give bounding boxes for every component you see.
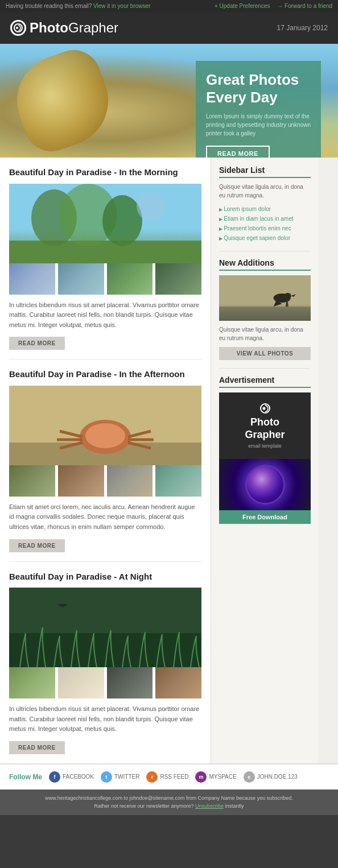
article-2-read-more-button[interactable]: READ MORE — [9, 539, 65, 552]
advertisement-box: Photo Grapher email template Free Downlo… — [219, 392, 311, 524]
unsubscribe-link[interactable]: Unsubscribe — [195, 803, 224, 809]
sidebar-divider-2 — [219, 368, 311, 369]
article-3-thumb-1 — [9, 667, 55, 698]
article-2-thumb-3 — [107, 465, 153, 497]
svg-rect-3 — [9, 241, 201, 263]
logo-icon — [10, 20, 26, 36]
ad-top-section: Photo Grapher email template — [219, 392, 311, 459]
left-column: Beautiful Day in Paradise - In the Morni… — [0, 158, 211, 763]
footer-text2: Rather not receive our newsletter anymor… — [94, 803, 193, 809]
trouble-text: Having trouble reading this email? View … — [6, 3, 150, 9]
hero-banner: Great PhotosEvery Day Lorem Ipsum is sim… — [0, 44, 338, 158]
article-2: Beautiful Day in Paradise - In the After… — [9, 369, 201, 552]
svg-point-7 — [137, 192, 165, 221]
article-3-title: Beautiful Day in Paradise - At Night — [9, 571, 201, 582]
bird-image-svg — [219, 275, 311, 321]
hero-overlay: Great PhotosEvery Day Lorem Ipsum is sim… — [196, 61, 321, 158]
svg-rect-21 — [219, 307, 311, 321]
email-social-item[interactable]: e JOHN.DOE.123 — [244, 771, 298, 783]
logo-text: PhotoGrapher — [30, 20, 118, 36]
article-2-image-svg — [9, 386, 201, 465]
forward-link[interactable]: → Forward to a friend — [277, 3, 332, 9]
top-links: + Update Preferences → Forward to a frie… — [215, 3, 332, 9]
email-icon: e — [244, 771, 255, 783]
sidebar-divider-1 — [219, 251, 311, 251]
bottom-footer: www.heritagechristiancollege.com to john… — [0, 790, 338, 815]
article-3-thumb-4 — [155, 667, 201, 698]
right-sidebar: Sidebar List Quisque vitae ligula arcu, … — [211, 158, 319, 763]
top-bar: Having trouble reading this email? View … — [0, 0, 338, 12]
view-all-photos-button[interactable]: VIEW ALL PHOTOS — [219, 347, 311, 360]
new-additions-image — [219, 275, 311, 321]
hero-title: Great PhotosEvery Day — [206, 71, 311, 106]
article-1-thumbnails — [9, 263, 201, 295]
article-2-text: Etiam sit amet orci lorem, nec iaculis a… — [9, 502, 201, 532]
hero-read-more-button[interactable]: READ MORE — [206, 146, 270, 158]
logo-swirl-icon — [13, 23, 23, 33]
ad-subtitle: email template — [227, 443, 303, 449]
svg-point-1 — [16, 27, 18, 29]
article-1-text: In ultricles bibendum risus sit amet pla… — [9, 300, 201, 330]
new-additions-title: New Additions — [219, 258, 311, 271]
svg-rect-20 — [219, 275, 311, 321]
social-bar: Follow Me f FACEBOOK t TWITTER r RSS FEE… — [0, 763, 338, 790]
svg-point-11 — [85, 423, 125, 448]
sidebar-list-item-3[interactable]: Praesent lobortis enim nec — [219, 224, 311, 233]
sidebar-list: Lorem ipsum dolor Etiam in diam lacus in… — [219, 204, 311, 243]
article-3-thumb-3 — [107, 667, 153, 698]
twitter-icon: t — [101, 771, 112, 783]
twitter-social-item[interactable]: t TWITTER — [101, 771, 139, 783]
sidebar-list-item-1[interactable]: Lorem ipsum dolor — [219, 204, 311, 214]
ad-logo: Photo Grapher — [227, 403, 303, 441]
footer-text: www.heritagechristiancollege.com to john… — [45, 795, 292, 801]
facebook-label: FACEBOOK — [63, 774, 94, 780]
svg-point-6 — [102, 195, 142, 246]
article-1-image-svg — [9, 184, 201, 263]
article-3-read-more-button[interactable]: READ MORE — [9, 741, 65, 754]
ad-swirl-icon — [259, 403, 271, 414]
sidebar-list-item-4[interactable]: Quisque eget sapien dolor — [219, 233, 311, 243]
header: PhotoGrapher 17 January 2012 — [0, 12, 338, 44]
rss-social-item[interactable]: r RSS FEED — [146, 771, 188, 783]
article-2-thumbnails — [9, 465, 201, 497]
article-1-title: Beautiful Day in Paradise - In the Morni… — [9, 167, 201, 178]
article-2-thumb-1 — [9, 465, 55, 497]
divider-1 — [9, 359, 201, 359]
hero-description: Lorem Ipsum is simply dummy text of the … — [206, 112, 311, 138]
article-2-main-image — [9, 386, 201, 465]
article-3: Beautiful Day in Paradise - At Night — [9, 571, 201, 754]
update-prefs-link[interactable]: + Update Preferences — [215, 3, 270, 9]
myspace-label: MYSPACE — [209, 774, 236, 780]
article-1-read-more-button[interactable]: READ MORE — [9, 337, 65, 350]
rss-icon: r — [146, 771, 158, 783]
article-1-thumb-1 — [9, 263, 55, 295]
article-3-image-svg — [9, 588, 201, 667]
article-2-thumb-2 — [58, 465, 104, 497]
rss-label: RSS FEED — [160, 774, 188, 780]
sidebar-list-title: Sidebar List — [219, 166, 311, 178]
facebook-icon: f — [49, 771, 60, 783]
logo: PhotoGrapher — [10, 20, 118, 36]
email-label: JOHN.DOE.123 — [257, 774, 298, 780]
article-1: Beautiful Day in Paradise - In the Morni… — [9, 167, 201, 350]
article-2-thumb-4 — [155, 465, 201, 497]
follow-me-label: Follow Me — [9, 773, 42, 781]
myspace-social-item[interactable]: m MYSPACE — [195, 771, 236, 783]
ad-download-button[interactable]: Free Download — [219, 510, 311, 524]
twitter-label: TWITTER — [114, 774, 139, 780]
main-content: Beautiful Day in Paradise - In the Morni… — [0, 158, 338, 790]
view-in-browser-link[interactable]: View it in your browser — [93, 3, 150, 9]
svg-point-23 — [285, 293, 291, 299]
ad-section-title: Advertisement — [219, 375, 311, 388]
article-2-title: Beautiful Day in Paradise - In the After… — [9, 369, 201, 380]
article-3-main-image — [9, 588, 201, 667]
article-1-thumb-2 — [58, 263, 104, 295]
article-1-main-image — [9, 184, 201, 263]
article-1-thumb-3 — [107, 263, 153, 295]
new-additions-text: Quisque vitae ligula arcu, in dona eu ru… — [219, 325, 311, 342]
article-3-thumbnails — [9, 667, 201, 698]
content-area: Beautiful Day in Paradise - In the Morni… — [0, 158, 338, 763]
sidebar-list-item-2[interactable]: Etiam in diam lacus in amet — [219, 214, 311, 224]
facebook-social-item[interactable]: f FACEBOOK — [49, 771, 94, 783]
divider-2 — [9, 561, 201, 562]
